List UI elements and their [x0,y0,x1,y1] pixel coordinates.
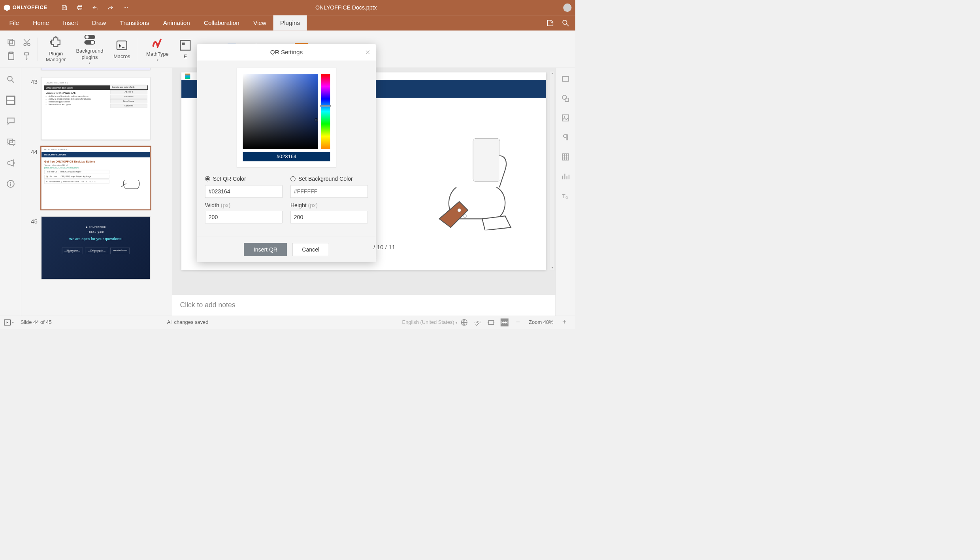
save-icon[interactable] [61,4,68,11]
macros-icon [115,39,128,52]
tab-insert[interactable]: Insert [56,15,85,31]
search-icon[interactable] [562,19,570,27]
svg-point-11 [85,36,89,39]
tab-file[interactable]: File [2,15,26,31]
height-input[interactable] [290,211,368,223]
svg-text:a: a [565,195,568,199]
image-settings-icon[interactable] [561,114,569,122]
tab-transitions[interactable]: Transitions [113,15,156,31]
about-icon[interactable] [6,179,15,188]
macros-button[interactable]: Macros [108,39,135,59]
saturation-value-box[interactable] [243,74,318,149]
bg-plugins-label: Background plugins [76,48,103,60]
tab-plugins[interactable]: Plugins [273,15,307,31]
bg-color-input[interactable] [290,185,368,198]
slide-thumbnail-44[interactable]: ◆ ONLYOFFICE Docs 8.1 DESKTOP EDITORS Ge… [41,147,150,209]
slides-panel-icon[interactable] [6,96,15,105]
logo-icon [4,4,10,11]
user-avatar[interactable] [563,4,571,12]
slide-thumbnail-45[interactable]: ◆ ONLYOFFICE Thank you! We are open for … [41,216,150,279]
language-selector[interactable]: English (United States) ▾ [402,319,458,325]
tab-collaboration[interactable]: Collaboration [197,15,246,31]
plugin-manager-button[interactable]: Plugin Manager [41,36,71,62]
fit-width-icon[interactable] [501,318,509,326]
undo-icon[interactable] [92,4,98,11]
svg-point-3 [563,20,567,25]
width-input[interactable] [205,211,283,223]
cut-icon[interactable] [22,38,31,47]
tab-draw[interactable]: Draw [85,15,113,31]
find-icon[interactable] [6,75,15,84]
cancel-button[interactable]: Cancel [292,243,329,256]
radio-bg-color[interactable]: Set Background Color [290,176,368,182]
chart-settings-icon[interactable] [561,172,569,181]
radio-qr-color[interactable]: Set QR Color [205,176,283,182]
puzzle-icon [49,36,62,49]
svg-point-0 [124,7,124,8]
print-icon[interactable] [77,4,83,11]
svg-rect-32 [562,76,569,81]
slideshow-dropdown[interactable]: ▾ [12,321,14,324]
svg-point-36 [564,116,565,118]
feedback-icon[interactable] [6,158,15,167]
notes-placeholder[interactable]: Click to add notes [172,295,556,316]
svg-rect-34 [565,98,569,102]
insert-qr-button[interactable]: Insert QR [244,243,287,256]
svg-rect-24 [7,97,14,100]
svg-point-1 [125,7,126,8]
app-logo: ONLYOFFICE [4,4,47,11]
svg-rect-29 [473,138,500,182]
easybib-icon [179,39,192,52]
comments-icon[interactable] [6,117,15,126]
background-plugins-button[interactable]: Background plugins ▾ [71,33,109,65]
zoom-level[interactable]: Zoom 48% [529,319,553,325]
share-icon[interactable] [546,19,554,27]
page-fraction: / 10 / 11 [373,244,395,251]
vertical-scrollbar[interactable]: ▴ ▾ [550,71,554,271]
slideshow-button[interactable] [4,319,11,325]
left-sidebar [0,68,21,316]
thumbnail-panel[interactable]: 43 ONLYOFFICE Docs 8.1 What's new for de… [21,68,172,316]
macros-label: Macros [113,54,130,60]
menubar: File Home Insert Draw Transitions Animat… [0,15,575,31]
paste-icon[interactable] [6,51,15,61]
radio-icon [205,176,210,182]
hue-slider[interactable] [321,74,330,149]
shape-settings-icon[interactable] [561,94,569,102]
svg-rect-16 [182,43,185,45]
format-painter-icon[interactable] [22,51,31,61]
copy-icon[interactable] [6,38,15,47]
fit-page-icon[interactable] [487,318,495,326]
redo-icon[interactable] [107,4,113,11]
qr-settings-dialog: QR Settings #023164 Set QR Color Set [197,44,376,262]
tab-animation[interactable]: Animation [156,15,197,31]
easy-button[interactable]: E [174,39,197,59]
paragraph-settings-icon[interactable] [561,133,569,142]
text-art-icon[interactable]: Ta [561,192,569,200]
tab-home[interactable]: Home [26,15,56,31]
mathtype-button[interactable]: MathType ▾ [141,36,174,62]
table-settings-icon[interactable] [561,153,569,161]
slide-thumbnail[interactable] [41,68,150,70]
tab-view[interactable]: View [246,15,273,31]
hex-preview: #023164 [243,152,330,161]
svg-text:T: T [562,193,565,199]
svg-point-30 [458,208,461,212]
save-status: All changes saved [167,319,209,325]
thumb-number: 44 [26,147,38,155]
qr-color-input[interactable] [205,185,283,198]
more-icon[interactable] [122,4,129,11]
slide-settings-icon[interactable] [561,75,569,83]
close-icon[interactable] [365,49,371,55]
zoom-in-icon[interactable]: + [560,318,568,326]
svg-text:ABC: ABC [474,320,481,324]
chat-icon[interactable] [6,138,15,147]
dialog-title: QR Settings [270,49,303,56]
quick-access-toolbar [61,4,129,11]
slide-counter: Slide 44 of 45 [21,319,52,325]
spellcheck-icon[interactable]: ABC [473,318,481,326]
zoom-out-icon[interactable]: − [514,318,522,326]
globe-icon[interactable] [460,318,468,326]
slide-thumbnail-43[interactable]: ONLYOFFICE Docs 8.1 What's new for devel… [41,77,150,140]
radio-icon [290,176,296,182]
